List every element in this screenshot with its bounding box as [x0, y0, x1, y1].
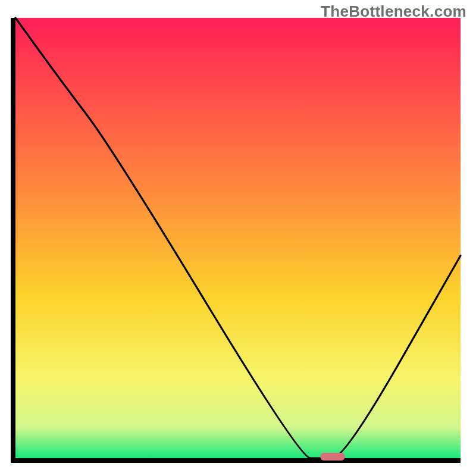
plot-background [15, 18, 461, 458]
axis-left [11, 18, 15, 463]
optimal-marker [320, 453, 345, 461]
axis-bottom [11, 458, 461, 463]
chart-svg [0, 0, 476, 476]
watermark-label: TheBottleneck.com [321, 2, 466, 21]
bottleneck-chart: TheBottleneck.com [0, 0, 476, 476]
